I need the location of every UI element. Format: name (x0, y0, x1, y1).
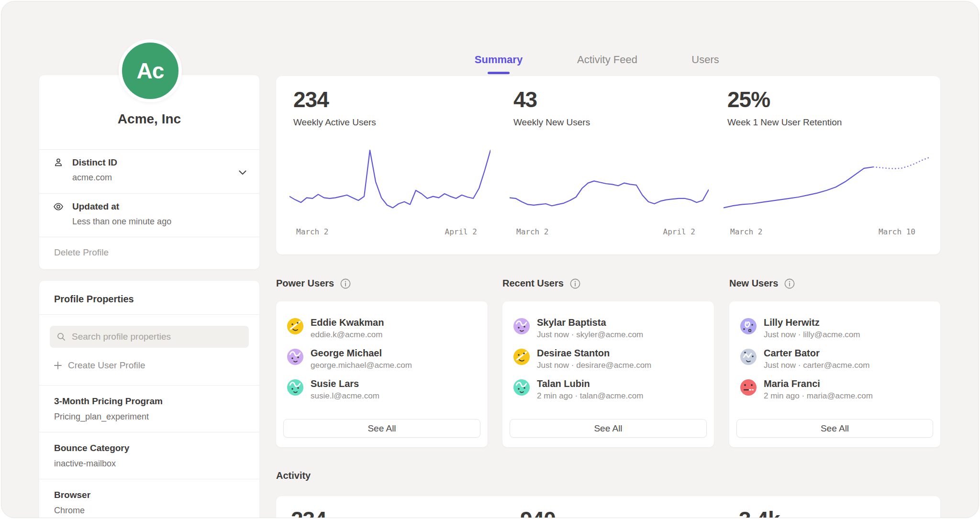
user-row[interactable]: Desirae StantonJust now · desirare@acme.… (513, 348, 704, 375)
summary-metrics-card: 234Weekly Active UsersMarch 2April 243We… (276, 76, 940, 254)
see-all-button[interactable]: See All (510, 419, 707, 438)
avatar-face-squiggle (513, 379, 530, 396)
x-axis-tick: March 2 (296, 227, 328, 236)
x-axis-labels: March 2March 10 (724, 227, 929, 236)
tab-summary[interactable]: Summary (475, 54, 523, 66)
user-avatar (513, 379, 530, 396)
create-user-profile-label: Create User Profile (68, 360, 145, 371)
avatar-face-squiggle (287, 349, 303, 365)
user-row[interactable]: Susie Larssusie.l@acme.com (287, 378, 478, 406)
user-name: George Michael (311, 348, 382, 359)
stat-label: Week 1 New User Retention (727, 117, 842, 128)
x-axis-tick: April 2 (663, 227, 695, 236)
user-row[interactable]: Skylar BaptistaJust now · skyler@acme.co… (513, 317, 704, 345)
avatar-face-meh (740, 379, 757, 396)
stat-value: 25% (727, 87, 770, 112)
profile-field-label: Updated at (72, 201, 119, 212)
section-title: New Users (729, 278, 778, 289)
search-icon (56, 332, 66, 342)
section-title: Power Users (276, 278, 334, 289)
user-avatar (513, 318, 530, 334)
tab-activity-feed[interactable]: Activity Feed (577, 54, 637, 66)
search-input[interactable] (71, 331, 242, 342)
x-axis-labels: March 2April 2 (290, 227, 490, 236)
x-axis-tick: March 10 (879, 227, 915, 236)
chevron-down-icon[interactable] (239, 168, 246, 173)
x-axis-tick: March 2 (516, 227, 548, 236)
section-title: Recent Users (502, 278, 564, 289)
user-row[interactable]: Lilly HerwitzJust now · lilly@acme.com (740, 317, 931, 345)
property-value: Pricing_plan_experiment (54, 412, 149, 422)
create-user-profile-button[interactable]: Create User Profile (54, 358, 145, 373)
activity-stat-value: 3.4k (739, 507, 780, 518)
sparkline-chart (724, 142, 929, 219)
user-row[interactable]: Talan Lubin2 min ago · talan@acme.com (513, 378, 704, 406)
user-list-card-recent-users: Skylar BaptistaJust now · skyler@acme.co… (502, 301, 714, 447)
user-meta: eddie.k@acme.com (311, 330, 383, 340)
eye-icon (53, 201, 64, 212)
user-avatar (740, 349, 757, 365)
metric-column: 43Weekly New UsersMarch 2April 2 (510, 76, 709, 254)
user-meta: Just now · desirare@acme.com (537, 361, 651, 370)
section-header-new-users: New Users (729, 278, 795, 289)
divider (39, 237, 259, 237)
search-profile-properties[interactable] (50, 326, 249, 348)
user-avatar (513, 349, 530, 365)
user-avatar (740, 318, 757, 334)
info-icon[interactable] (340, 278, 351, 289)
info-icon[interactable] (570, 278, 580, 289)
profile-field-value: Less than one minute ago (72, 217, 171, 227)
stat-value: 234 (293, 87, 329, 112)
profile-card: Acme, Inc Distinct IDacme.comUpdated atL… (39, 75, 259, 269)
user-list-card-power-users: Eddie Kwakmaneddie.k@acme.comGeorge Mich… (276, 301, 488, 447)
x-axis-labels: March 2April 2 (510, 227, 709, 236)
tab-users[interactable]: Users (691, 54, 719, 66)
user-avatar (740, 379, 757, 396)
profile-field-label: Distinct ID (72, 157, 117, 168)
property-name: 3-Month Pricing Program (54, 396, 163, 407)
app-frame: Ac Acme, Inc Distinct IDacme.comUpdated … (1, 1, 979, 518)
active-tab-underline (488, 72, 510, 74)
delete-profile-button[interactable]: Delete Profile (54, 247, 109, 258)
user-name: Susie Lars (311, 378, 359, 389)
profile-properties-title: Profile Properties (54, 294, 134, 305)
user-row[interactable]: Carter BatorJust now · carter@acme.com (740, 348, 931, 375)
stat-value: 43 (513, 87, 537, 112)
sparkline-chart (290, 142, 490, 219)
stat-label: Weekly New Users (513, 117, 590, 128)
avatar-face-slash (287, 318, 303, 334)
user-name: Maria Franci (764, 378, 820, 389)
user-avatar (287, 379, 303, 396)
user-avatar (287, 318, 303, 334)
user-row[interactable]: Eddie Kwakmaneddie.k@acme.com (287, 317, 478, 345)
property-name: Bounce Category (54, 443, 129, 453)
info-icon[interactable] (340, 278, 351, 289)
stat-label: Weekly Active Users (293, 117, 376, 128)
avatar-face-zigzag (740, 349, 757, 365)
divider (39, 314, 259, 315)
company-avatar-initials: Ac (137, 58, 164, 84)
activity-stat-value: 234 (291, 507, 326, 518)
property-value: Chrome (54, 506, 85, 516)
x-axis-tick: April 2 (445, 227, 477, 236)
profile-field-row: Updated atLess than one minute ago (39, 193, 259, 237)
person-icon (53, 157, 64, 168)
user-meta: susie.l@acme.com (311, 391, 379, 401)
avatar-face-squiggle (287, 379, 303, 396)
user-row[interactable]: Maria Franci2 min ago · maria@acme.com (740, 378, 931, 406)
info-icon[interactable] (570, 278, 580, 289)
see-all-button[interactable]: See All (283, 419, 480, 438)
user-meta: Just now · carter@acme.com (764, 361, 869, 370)
user-row[interactable]: George Michaelgeorge.michael@acme.com (287, 348, 478, 375)
user-meta: george.michael@acme.com (311, 361, 412, 370)
company-name: Acme, Inc (39, 111, 259, 127)
property-name: Browser (54, 490, 90, 500)
profile-properties-card: Profile Properties Create User Profile 3… (39, 281, 259, 518)
profile-field-value: acme.com (72, 173, 112, 183)
plus-icon (54, 362, 62, 369)
user-name: Lilly Herwitz (764, 317, 820, 328)
info-icon[interactable] (784, 278, 795, 289)
info-icon[interactable] (784, 278, 795, 289)
see-all-button[interactable]: See All (736, 419, 933, 438)
profile-field-row[interactable]: Distinct IDacme.com (39, 149, 259, 193)
